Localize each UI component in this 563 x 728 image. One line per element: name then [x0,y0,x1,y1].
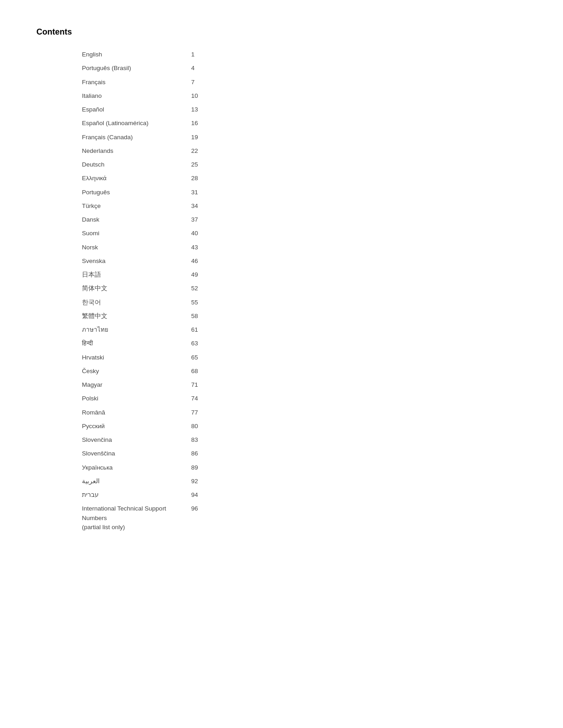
toc-row: English1 [82,48,200,61]
toc-label: Português (Brasil) [82,64,191,73]
toc-row: 繁體中文58 [82,309,200,323]
toc-row: ภาษาไทย61 [82,323,200,337]
toc-row: Česky68 [82,364,200,378]
toc-page-number: 58 [191,312,200,321]
toc-row: Deutsch25 [82,158,200,172]
toc-page-number: 61 [191,325,200,334]
toc-row: Español (Latinoamérica)16 [82,116,200,130]
toc-label: Italiano [82,91,191,101]
toc-row: Svenska46 [82,254,200,268]
toc-page-number: 71 [191,380,200,389]
toc-page-number: 43 [191,243,200,252]
toc-row: Magyar71 [82,378,200,392]
toc-row: Dansk37 [82,213,200,227]
toc-page-number: 68 [191,367,200,376]
toc-page-number: 40 [191,229,200,238]
toc-page-number: 80 [191,422,200,431]
toc-table: English1Português (Brasil)4Français7Ital… [82,48,200,534]
toc-label: International Technical Support Numbers … [82,504,191,532]
toc-page-number: 10 [191,91,200,101]
toc-page-number: 34 [191,202,200,211]
toc-label: Deutsch [82,160,191,169]
toc-label: Svenska [82,257,191,266]
toc-label: Українська [82,463,191,472]
toc-page-number: 63 [191,339,200,348]
toc-label: עברית [82,490,191,500]
contents-section: Contents English1Português (Brasil)4Fran… [36,27,527,534]
toc-label: Русский [82,422,191,431]
toc-row: Nederlands22 [82,144,200,158]
toc-row: Slovenčina83 [82,433,200,447]
toc-label: Slovenščina [82,449,191,458]
toc-label: 简体中文 [82,284,191,293]
toc-row: Русский80 [82,420,200,433]
toc-page-number: 31 [191,188,200,197]
toc-row: Português31 [82,186,200,199]
toc-row: Português (Brasil)4 [82,61,200,75]
toc-row: हिन्दी63 [82,337,200,350]
toc-label: Hrvatski [82,353,191,362]
toc-page-number: 19 [191,133,200,142]
toc-row: Polski74 [82,392,200,405]
toc-page-number: 16 [191,119,200,128]
toc-label: Česky [82,367,191,376]
toc-label: Suomi [82,229,191,238]
toc-page-number: 86 [191,449,200,458]
toc-row: Español13 [82,103,200,116]
toc-label: 한국어 [82,298,191,307]
toc-page-number: 92 [191,477,200,486]
toc-label: Română [82,408,191,417]
toc-row: Ελληνικά28 [82,172,200,185]
toc-page-number: 46 [191,257,200,266]
toc-label: Español (Latinoamérica) [82,119,191,128]
toc-label: Français [82,78,191,87]
toc-label: Türkçe [82,202,191,211]
toc-page-number: 49 [191,270,200,279]
toc-row: 日本語49 [82,268,200,282]
toc-row: Română77 [82,406,200,420]
toc-row: Italiano10 [82,89,200,103]
toc-row: Français7 [82,76,200,89]
toc-label: Français (Canada) [82,133,191,142]
toc-row: Suomi40 [82,227,200,240]
toc-label: Ελληνικά [82,174,191,183]
toc-label: 繁體中文 [82,312,191,321]
toc-row: עברית94 [82,488,200,502]
toc-row: 한국어55 [82,296,200,309]
toc-row: 简体中文52 [82,282,200,295]
toc-label: Norsk [82,243,191,252]
toc-page-number: 83 [191,435,200,445]
toc-page-number: 52 [191,284,200,293]
toc-row: Norsk43 [82,241,200,254]
toc-row: Türkçe34 [82,199,200,213]
toc-page-number: 89 [191,463,200,472]
toc-page-number: 7 [191,78,200,87]
toc-row: Hrvatski65 [82,351,200,364]
toc-page-number: 22 [191,147,200,156]
contents-heading: Contents [36,27,527,37]
toc-label: Slovenčina [82,435,191,445]
toc-label: Dansk [82,215,191,224]
toc-page-number: 55 [191,298,200,307]
toc-row: العربية92 [82,475,200,488]
toc-label: ภาษาไทย [82,325,191,334]
toc-page-number: 25 [191,160,200,169]
toc-page-number: 13 [191,105,200,114]
toc-label: English [82,50,191,59]
toc-label: Nederlands [82,147,191,156]
toc-label: Português [82,188,191,197]
toc-label: हिन्दी [82,339,191,348]
toc-page-number: 96 [191,504,200,513]
toc-label: Español [82,105,191,114]
toc-page-number: 28 [191,174,200,183]
toc-page-number: 65 [191,353,200,362]
toc-page-number: 4 [191,64,200,73]
toc-page-number: 1 [191,50,200,59]
toc-page-number: 77 [191,408,200,417]
toc-row: International Technical Support Numbers … [82,502,200,534]
toc-label: العربية [82,477,191,486]
toc-row: Français (Canada)19 [82,131,200,144]
toc-row: Slovenščina86 [82,447,200,460]
toc-page-number: 37 [191,215,200,224]
toc-page-number: 94 [191,490,200,500]
